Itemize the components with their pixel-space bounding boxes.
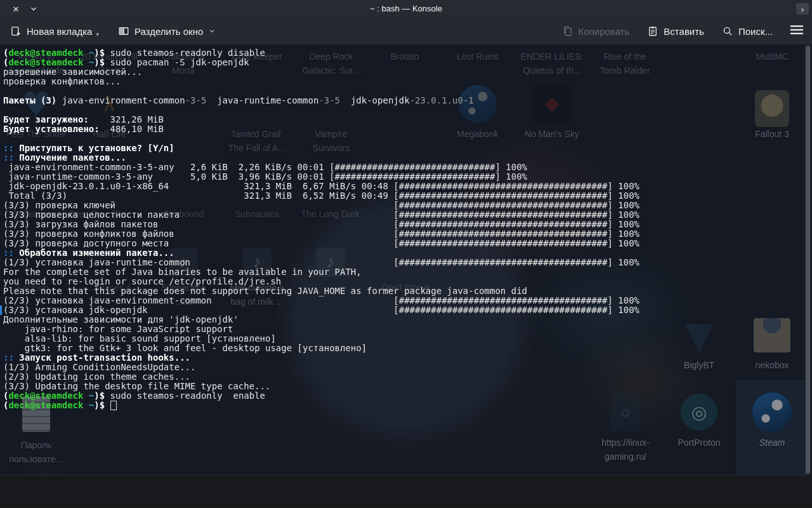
terminal-line: For the complete set of Java binaries to…	[3, 267, 812, 277]
desktop-screen: Return toGaming Mode20 Minutes TillDawnC…	[0, 0, 812, 508]
window-title: ~ : bash — Konsole	[0, 0, 812, 18]
paste-icon	[647, 25, 658, 37]
terminal-line: Будет установлено: 486,10 MiB	[3, 124, 812, 134]
paste-label: Вставить	[664, 26, 704, 37]
terminal-scrollbar-thumb[interactable]	[806, 46, 810, 474]
terminal-line: Будет загружено: 321,26 MiB	[3, 115, 812, 124]
terminal-line: (2/3) Updating icon theme caches...	[3, 372, 812, 382]
new-tab-icon	[10, 25, 22, 37]
terminal-line: java-rhino: for some JavaScript support	[3, 324, 812, 334]
terminal-line: :: Приступить к установке? [Y/n]	[3, 144, 812, 153]
new-tab-button[interactable]: Новая вкладка ▾	[10, 25, 99, 37]
terminal-line: (1/3) Arming ConditionNeedsUpdate...	[3, 363, 812, 372]
chevron-right-button[interactable]: ›	[796, 3, 809, 15]
terminal-line: :: Получение пакетов...	[3, 153, 812, 163]
terminal-line: :: Обработка изменений пакета...	[3, 248, 812, 258]
titlebar[interactable]: ~ : bash — Konsole	[0, 0, 812, 18]
split-window-button[interactable]: Разделить окно	[118, 25, 216, 37]
search-icon	[722, 25, 733, 37]
new-output-marker	[0, 305, 2, 315]
split-window-label: Разделить окно	[134, 26, 203, 37]
close-icon[interactable]: ×	[13, 4, 19, 15]
terminal-line: alsa-lib: for basic sound support [устан…	[3, 334, 812, 344]
terminal-line: проверка конфликтов...	[3, 77, 812, 86]
search-button[interactable]: Поиск...	[722, 25, 773, 37]
terminal-line: Please note that this package does not s…	[3, 286, 812, 296]
terminal-line: java-runtime-common-3-5-any 5,0 KiB 3,96…	[3, 172, 812, 182]
toolbar: Новая вкладка ▾ Разделить окно Копироват…	[0, 18, 812, 44]
paste-button[interactable]: Вставить	[647, 25, 704, 37]
terminal-line: (1/3) установка java-runtime-common [###…	[3, 258, 812, 267]
terminal-line: you need to re-login or source /etc/prof…	[3, 277, 812, 286]
terminal-line	[3, 86, 812, 96]
terminal-line: разрешение зависимостей...	[3, 67, 812, 77]
terminal-line: :: Запуск post-transaction hooks...	[3, 353, 812, 363]
terminal-line: (deck@steamdeck ~)$ sudo pacman -S jdk-o…	[3, 58, 812, 67]
terminal-line: Total (3/3) 321,3 MiB 6,52 MiB/s 00:49 […	[3, 191, 812, 201]
terminal-line: (3/3) проверка целостности пакета [#####…	[3, 210, 812, 220]
search-label: Поиск...	[738, 26, 773, 37]
chevron-down-icon	[208, 27, 216, 35]
terminal-line: (2/3) установка java-environment-common …	[3, 296, 812, 305]
terminal-line	[3, 134, 812, 144]
terminal-line: java-environment-common-3-5-any 2,6 KiB …	[3, 163, 812, 172]
terminal-line: Пакеты (3) java-environment-common-3-5 j…	[3, 96, 812, 105]
copy-button[interactable]: Копировать	[562, 25, 630, 37]
hamburger-menu-icon[interactable]	[790, 25, 803, 37]
terminal-line: (deck@steamdeck ~)$ sudo steamos-readonl…	[3, 48, 812, 58]
terminal-line	[3, 105, 812, 115]
terminal-line: (3/3) Updating the desktop file MIME typ…	[3, 382, 812, 391]
split-window-icon	[118, 25, 129, 37]
terminal-line: (3/3) проверка конфликтов файлов [######…	[3, 229, 812, 239]
terminal-line: (deck@steamdeck ~)$ sudo steamos-readonl…	[3, 391, 812, 401]
new-tab-label: Новая вкладка	[27, 26, 92, 37]
terminal-line: (3/3) проверка доступного места [#######…	[3, 239, 812, 248]
terminal-line: Дополнительные зависимости для 'jdk-open…	[3, 315, 812, 324]
terminal-output[interactable]: (deck@steamdeck ~)$ sudo steamos-readonl…	[0, 44, 812, 475]
copy-label: Копировать	[579, 26, 630, 37]
terminal-line: jdk-openjdk-23.0.1.u0-1-x86_64 321,3 MiB…	[3, 182, 812, 191]
chevron-down-icon: ▾	[96, 31, 99, 37]
taskbar: › > us 15% ⚙	[0, 475, 812, 508]
terminal-line: gtk3: for the Gtk+ 3 look and feel - des…	[3, 344, 812, 353]
chevron-down-icon[interactable]	[29, 4, 38, 13]
terminal-line: (3/3) загрузка файлов пакетов [#########…	[3, 220, 812, 229]
terminal-line: (deck@steamdeck ~)$	[3, 401, 812, 410]
terminal-line: (3/3) проверка ключей [#################…	[3, 201, 812, 210]
terminal-line: (3/3) установка jdk-openjdk [###########…	[3, 305, 812, 315]
copy-icon	[562, 25, 573, 37]
